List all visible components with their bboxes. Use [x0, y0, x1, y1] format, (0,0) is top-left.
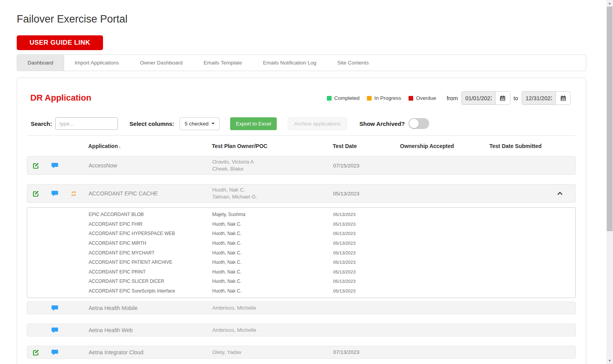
row-action-icons [27, 157, 89, 174]
child-application-name: ACCORDANT EPIC MIRTH [89, 240, 212, 246]
child-test-date: 05/13/2023 [333, 251, 400, 255]
header-test-date-submitted[interactable]: Test Date Submitted [489, 143, 556, 149]
child-owner-poc: Huoth, Nak C. [212, 240, 333, 246]
legend-overdue: Overdue [409, 95, 436, 101]
comment-icon[interactable] [51, 326, 59, 334]
child-owner-poc: Majety, Sushma [212, 212, 333, 217]
tab-dashboard[interactable]: Dashboard [17, 55, 64, 71]
sort-down-icon: ↓ [119, 144, 121, 149]
child-owner-poc: Huoth, Nak C. [212, 260, 333, 265]
child-application-name: EPIC ACCORDANT BLOB [89, 212, 212, 217]
test-date: 07/15/2023 [333, 163, 400, 169]
child-test-date: 05/13/2023 [333, 270, 400, 274]
child-owner-poc: Huoth, Nak C. [212, 231, 333, 236]
child-table-row: ACCORDANT EPIC MYCHARTHuoth, Nak C.05/13… [27, 248, 575, 258]
toggle-knob [409, 119, 419, 128]
application-name: Aetna Health Mobile [89, 305, 212, 311]
dr-application-panel: DR Application Completed In Progress Ove… [17, 78, 586, 364]
to-date-input[interactable] [522, 92, 555, 104]
child-test-date: 05/13/2023 [333, 289, 400, 293]
child-application-name: ACCORDANT EPIC PATIENT ARCHIVE [89, 260, 212, 265]
tab-emails-template[interactable]: Emails Template [193, 55, 253, 71]
show-archived-toggle[interactable] [409, 118, 429, 129]
icon-slot-empty [70, 326, 77, 334]
child-test-date-submitted-cell [490, 221, 557, 228]
child-ownership-accepted-cell [400, 240, 490, 247]
vertical-scrollbar[interactable]: ▲ ▼ [606, 0, 613, 364]
child-application-name: ACCORDANT EPIC HYPERSPACE WEB [89, 231, 212, 236]
comment-icon[interactable] [51, 348, 59, 356]
owner-line: Ambrisco, Michelle [212, 305, 333, 312]
search-label: Search: [31, 120, 52, 127]
calendar-icon [499, 95, 506, 101]
child-test-date-submitted-cell [490, 240, 557, 247]
child-ownership-accepted-cell [400, 221, 490, 228]
icon-slot-empty [32, 304, 40, 312]
owner-poc: Oravits, Victoria ACheek, Blake [212, 158, 333, 172]
child-ownership-accepted-cell [400, 278, 490, 285]
tab-owner-dashboard[interactable]: Owner Dashboard [129, 55, 193, 71]
child-ownership-accepted-cell [400, 230, 490, 237]
ownership-accepted-cell [400, 162, 490, 169]
owner-line: Cheek, Blake [212, 165, 333, 172]
owner-poc: Ambrisco, Michelle [212, 327, 333, 334]
icon-slot-empty [70, 348, 77, 356]
comment-icon[interactable] [51, 190, 59, 197]
table-body: AccessNowOravits, Victoria ACheek, Blake… [27, 156, 576, 364]
owner-line: Oravits, Victoria A [212, 158, 333, 165]
scrollbar-thumb[interactable] [607, 7, 613, 231]
scroll-down-icon[interactable]: ▼ [606, 357, 613, 364]
tab-import-applications[interactable]: Import Applications [64, 55, 129, 71]
child-table-row: ACCORDANT EPIC FHIRHuoth, Nak C.05/13/20… [27, 219, 575, 229]
repeat-icon[interactable] [70, 190, 77, 197]
comment-icon[interactable] [51, 162, 59, 169]
header-ownership-accepted[interactable]: Ownership Accepted [400, 143, 489, 149]
edit-icon[interactable] [32, 190, 40, 197]
tab-emails-notification-log[interactable]: Emails Notification Log [252, 55, 327, 71]
test-date-submitted-cell [490, 327, 557, 334]
child-test-date-submitted-cell [490, 287, 557, 294]
tab-bar: Dashboard Import Applications Owner Dash… [17, 54, 586, 71]
test-date-submitted-cell [490, 190, 557, 197]
child-owner-poc: Huoth, Nak C. [212, 288, 333, 294]
child-ownership-accepted-cell [400, 268, 490, 275]
completed-status-swatch [327, 96, 332, 101]
child-test-date-submitted-cell [490, 211, 557, 218]
edit-icon[interactable] [32, 348, 40, 356]
child-test-date: 05/13/2023 [333, 231, 400, 236]
table-row: ACCORDANT EPIC CACHEHuoth, Nak C.Talman,… [27, 184, 576, 203]
child-application-name: ACCORDANT EPIC FHIR [89, 221, 212, 227]
select-columns-dropdown[interactable]: 5 checked [180, 117, 220, 130]
export-to-excel-button[interactable]: Export to Excel [230, 117, 277, 130]
legend-in-progress: In Progress [367, 95, 401, 101]
test-date: 05/13/2023 [333, 191, 400, 197]
tab-site-contents[interactable]: Site Contents [327, 55, 379, 71]
child-ownership-accepted-cell [400, 287, 490, 294]
owner-poc: Ambrisco, Michelle [212, 305, 333, 312]
to-calendar-button[interactable] [555, 92, 570, 104]
header-owner[interactable]: Test Plan Owner/POC [212, 143, 333, 149]
comment-icon[interactable] [51, 304, 59, 312]
collapse-chevron-icon[interactable] [557, 192, 575, 195]
legend-completed: Completed [327, 95, 360, 101]
scroll-up-icon[interactable]: ▲ [606, 0, 613, 7]
owner-line: Olety, Yadav [212, 349, 333, 356]
overdue-status-swatch [409, 96, 413, 101]
calendar-icon [560, 95, 566, 101]
child-table-row: EPIC ACCORDANT BLOBMajety, Sushma05/13/2… [27, 210, 575, 219]
child-ownership-accepted-cell [400, 211, 490, 218]
child-table-row: ACCORDANT EPIC PRINTHuoth, Nak C.05/13/2… [27, 267, 575, 277]
header-test-date[interactable]: Test Date [333, 143, 400, 149]
application-name: AccessNow [89, 162, 212, 169]
test-date: 07/13/2023 [333, 349, 400, 355]
header-application[interactable]: Application↓ [88, 143, 212, 149]
user-guide-link-button[interactable]: USER GUIDE LINK [17, 35, 103, 50]
edit-icon[interactable] [32, 162, 40, 169]
from-calendar-button[interactable] [495, 92, 510, 104]
child-test-date-submitted-cell [490, 268, 557, 275]
search-input[interactable] [55, 117, 118, 130]
child-table-row: ACCORDANT EPIC HYPERSPACE WEBHuoth, Nak … [27, 229, 575, 239]
archive-applications-button: Archive applications [288, 117, 347, 130]
from-date-input[interactable] [462, 92, 495, 104]
ownership-accepted-cell [400, 327, 490, 334]
